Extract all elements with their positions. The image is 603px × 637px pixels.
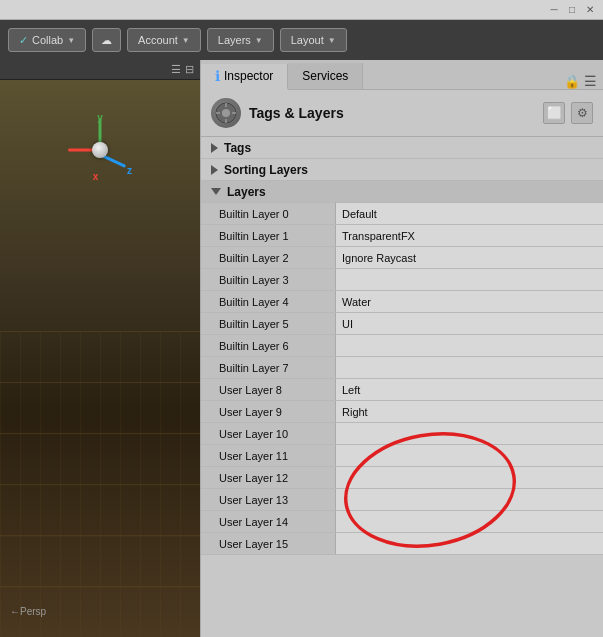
layer-value-cell [336,467,603,488]
layer-value-input[interactable] [342,230,597,242]
layer-name-cell: Builtin Layer 0 [201,203,336,224]
layer-value-input[interactable] [342,538,597,550]
layer-row: User Layer 9 [201,401,603,423]
collab-arrow-icon: ▼ [67,36,75,45]
layout-button[interactable]: Layout ▼ [280,28,347,52]
tags-section-row[interactable]: Tags [201,137,603,159]
layer-value-input[interactable] [342,450,597,462]
layer-name-cell: User Layer 9 [201,401,336,422]
collab-label: Collab [32,34,63,46]
layer-name-cell: User Layer 14 [201,511,336,532]
layer-row: User Layer 8 [201,379,603,401]
layers-label: Layers [218,34,251,46]
layer-name-cell: User Layer 10 [201,423,336,444]
layout-label: Layout [291,34,324,46]
scene-menu-icon[interactable]: ☰ [171,63,181,76]
cloud-icon: ☁ [101,34,112,47]
layer-value-cell [336,291,603,312]
maximize-button[interactable]: □ [565,3,579,17]
sorting-layers-section-row[interactable]: Sorting Layers [201,159,603,181]
layer-value-cell [336,423,603,444]
component-settings-button[interactable]: ⚙ [571,102,593,124]
component-open-button[interactable]: ⬜ [543,102,565,124]
layer-name-cell: Builtin Layer 1 [201,225,336,246]
layer-value-input[interactable] [342,208,597,220]
layer-value-cell [336,533,603,554]
layer-value-input[interactable] [342,494,597,506]
info-circle-icon: ℹ [215,68,220,84]
toolbar: ✓ Collab ▼ ☁ Account ▼ Layers ▼ Layout ▼ [0,20,603,60]
3d-gizmo: x y z [60,110,140,190]
layer-row: Builtin Layer 1 [201,225,603,247]
component-title: Tags & Layers [249,105,535,121]
layer-table: Builtin Layer 0Builtin Layer 1Builtin La… [201,203,603,555]
minimize-button[interactable]: ─ [547,3,561,17]
layer-name-cell: Builtin Layer 6 [201,335,336,356]
account-button[interactable]: Account ▼ [127,28,201,52]
tab-inspector[interactable]: ℹ Inspector [201,64,288,90]
layer-name-cell: Builtin Layer 7 [201,357,336,378]
layer-value-input[interactable] [342,384,597,396]
account-label: Account [138,34,178,46]
layer-value-input[interactable] [342,472,597,484]
layer-row: Builtin Layer 2 [201,247,603,269]
sorting-layers-triangle-icon [211,165,218,175]
layers-triangle-icon [211,188,221,195]
scene-viewport[interactable]: x y z ←Persp [0,80,200,637]
layer-name-cell: Builtin Layer 4 [201,291,336,312]
layer-value-input[interactable] [342,274,597,286]
layer-value-cell [336,247,603,268]
scene-tab-bar: ☰ ⊟ [0,60,200,80]
layers-section-row[interactable]: Layers [201,181,603,203]
layer-value-input[interactable] [342,296,597,308]
main-layout: ☰ ⊟ [0,60,603,637]
layer-value-cell [336,511,603,532]
layer-value-input[interactable] [342,406,597,418]
inspector-tab-label: Inspector [224,69,273,83]
layer-row: Builtin Layer 5 [201,313,603,335]
layers-button[interactable]: Layers ▼ [207,28,274,52]
inspector-panel: ℹ Inspector Services 🔒 ☰ [200,60,603,637]
layer-row: User Layer 10 [201,423,603,445]
layer-value-input[interactable] [342,362,597,374]
panel-menu-icon[interactable]: ☰ [584,73,597,89]
svg-rect-0 [0,331,200,637]
layer-name-cell: User Layer 11 [201,445,336,466]
panel-tab-bar: ℹ Inspector Services 🔒 ☰ [201,60,603,90]
layer-value-input[interactable] [342,340,597,352]
layers-arrow-icon: ▼ [255,36,263,45]
layer-value-input[interactable] [342,318,597,330]
layer-row: User Layer 15 [201,533,603,555]
y-axis-label: y [97,112,103,123]
layer-name-cell: Builtin Layer 5 [201,313,336,334]
tags-label: Tags [224,141,251,155]
layer-value-cell [336,489,603,510]
collab-button[interactable]: ✓ Collab ▼ [8,28,86,52]
layout-arrow-icon: ▼ [328,36,336,45]
scene-lock-icon[interactable]: ⊟ [185,63,194,76]
tab-services[interactable]: Services [288,63,363,89]
layer-value-cell [336,225,603,246]
lock-icon[interactable]: 🔒 [564,74,580,89]
z-axis-label: z [127,165,132,176]
persp-label: ←Persp [10,606,46,617]
layer-name-cell: User Layer 13 [201,489,336,510]
layer-value-cell [336,401,603,422]
close-button[interactable]: ✕ [583,3,597,17]
layer-name-cell: User Layer 12 [201,467,336,488]
layer-row: User Layer 14 [201,511,603,533]
tags-triangle-icon [211,143,218,153]
layer-name-cell: Builtin Layer 2 [201,247,336,268]
component-header: Tags & Layers ⬜ ⚙ [201,90,603,137]
scene-panel: ☰ ⊟ [0,60,200,637]
layer-value-input[interactable] [342,428,597,440]
layer-value-cell [336,379,603,400]
layer-value-cell [336,357,603,378]
cloud-button[interactable]: ☁ [92,28,121,52]
layer-value-input[interactable] [342,252,597,264]
layer-name-cell: User Layer 8 [201,379,336,400]
scene-tab-icons: ☰ ⊟ [171,63,194,76]
layer-row: User Layer 13 [201,489,603,511]
sorting-layers-label: Sorting Layers [224,163,308,177]
layer-value-input[interactable] [342,516,597,528]
